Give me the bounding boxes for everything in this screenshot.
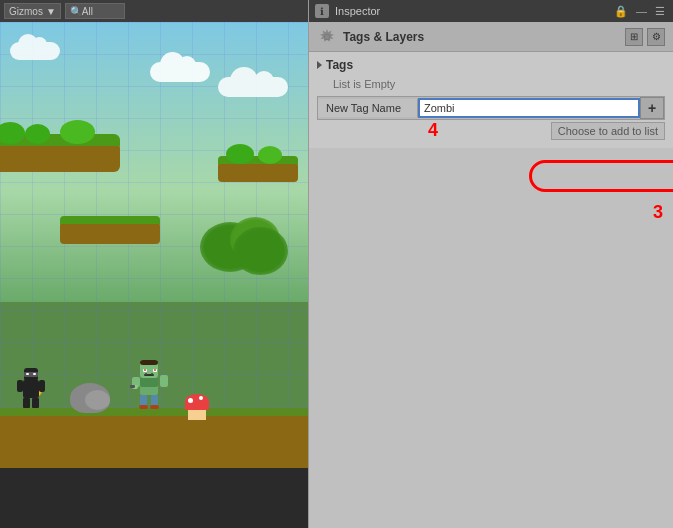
new-tag-row: New Tag Name + <box>317 96 665 120</box>
mushroom <box>185 394 209 420</box>
add-tag-button[interactable]: + <box>640 97 664 119</box>
dark-ground <box>0 468 308 528</box>
new-tag-input[interactable] <box>418 98 640 118</box>
svg-rect-4 <box>33 373 36 375</box>
svg-point-29 <box>325 34 330 39</box>
tags-section: Tags List is Empty New Tag Name + Choose… <box>309 52 673 148</box>
layout-icon-btn[interactable]: ⊞ <box>625 28 643 46</box>
gizmos-dropdown[interactable]: Gizmos ▼ <box>4 3 61 19</box>
tags-label: Tags <box>326 58 353 72</box>
platform-upper-left <box>0 142 120 172</box>
cloud-2 <box>10 42 60 60</box>
choose-to-add-text: Choose to add to list <box>551 122 665 140</box>
svg-rect-6 <box>32 398 39 408</box>
tags-layers-header: Tags & Layers ⊞ ⚙ <box>309 22 673 52</box>
svg-rect-7 <box>17 380 23 392</box>
zombie-character <box>130 355 170 410</box>
settings-icon-btn[interactable]: ⚙ <box>647 28 665 46</box>
svg-rect-27 <box>130 385 135 388</box>
bg-bush-3 <box>233 227 288 275</box>
game-view: Gizmos ▼ 🔍 All <box>0 0 308 528</box>
titlebar-right: 🔒 — ☰ <box>612 5 667 18</box>
svg-rect-2 <box>24 372 38 377</box>
red-circle-annotation <box>529 160 673 192</box>
platform-upper-right <box>218 162 298 182</box>
svg-rect-16 <box>154 369 156 371</box>
close-button[interactable]: ☰ <box>653 5 667 18</box>
game-toolbar: Gizmos ▼ 🔍 All <box>0 0 308 22</box>
game-scene <box>0 22 308 528</box>
gizmos-label: Gizmos <box>9 6 43 17</box>
svg-rect-23 <box>150 405 159 409</box>
svg-rect-22 <box>139 405 148 409</box>
header-icons: ⊞ ⚙ <box>625 28 665 46</box>
inspector-content: Tags List is Empty New Tag Name + Choose… <box>309 52 673 528</box>
triangle-icon <box>317 61 322 69</box>
svg-rect-8 <box>39 380 45 392</box>
platform-middle <box>60 222 160 244</box>
all-label: All <box>82 6 93 17</box>
tags-section-label: Tags <box>317 58 665 72</box>
gizmos-chevron: ▼ <box>46 6 56 17</box>
svg-rect-18 <box>145 373 147 375</box>
search-dropdown[interactable]: 🔍 All <box>65 3 125 19</box>
svg-rect-0 <box>23 380 39 398</box>
annotation-3: 3 <box>653 202 663 223</box>
new-tag-label: New Tag Name <box>318 99 418 117</box>
search-icon: 🔍 <box>70 6 82 17</box>
inspector-panel: ℹ Inspector 🔒 — ☰ Tags & Layers ⊞ <box>308 0 673 528</box>
titlebar-left: ℹ Inspector <box>315 4 380 18</box>
minimize-button[interactable]: — <box>634 5 649 17</box>
lock-button[interactable]: 🔒 <box>612 5 630 18</box>
save-row: Choose to add to list <box>317 122 665 140</box>
tags-layers-title: Tags & Layers <box>343 30 619 44</box>
gear-icon <box>317 27 337 47</box>
ninja-character <box>15 360 47 410</box>
svg-rect-15 <box>144 369 146 371</box>
inspector-title: Inspector <box>335 5 380 17</box>
svg-rect-25 <box>160 375 168 387</box>
rock-2 <box>85 390 110 410</box>
cloud-3 <box>218 77 288 97</box>
inspector-titlebar: ℹ Inspector 🔒 — ☰ <box>309 0 673 22</box>
svg-rect-10 <box>140 377 158 387</box>
cloud-1 <box>150 62 210 82</box>
svg-rect-3 <box>26 373 29 375</box>
list-empty-text: List is Empty <box>317 76 665 92</box>
svg-rect-5 <box>23 398 30 408</box>
inspector-icon: ℹ <box>315 4 329 18</box>
svg-rect-19 <box>151 373 153 375</box>
svg-rect-12 <box>140 360 158 365</box>
main-container: Gizmos ▼ 🔍 All <box>0 0 673 528</box>
